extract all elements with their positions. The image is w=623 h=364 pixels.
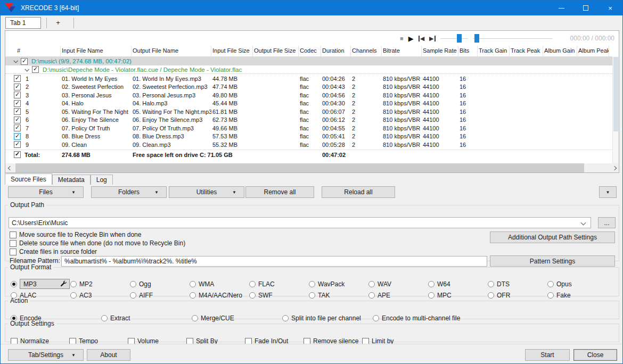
table-row[interactable]: 3 03. Personal Jesus 03. Personal Jesus.…: [5, 91, 612, 100]
column-header[interactable]: Codec: [299, 46, 321, 56]
radio-icon[interactable]: [130, 281, 136, 287]
column-header[interactable]: Track Gain: [478, 46, 510, 56]
minimize-icon[interactable]: [549, 1, 573, 15]
about-button[interactable]: About: [87, 349, 130, 361]
add-tab-button[interactable]: +: [48, 17, 68, 29]
horizontal-scrollbar[interactable]: [5, 163, 619, 172]
additional-output-path-settings-button[interactable]: Additional Output Path Settings: [490, 231, 615, 243]
column-header[interactable]: Duration: [321, 46, 351, 56]
format-option-ogg[interactable]: Ogg: [130, 280, 190, 288]
volume-slider[interactable]: [440, 34, 468, 43]
vertical-scrollbar[interactable]: [612, 57, 619, 163]
column-header[interactable]: Input File Name: [61, 46, 132, 56]
column-header[interactable]: Output File Size: [253, 46, 299, 56]
table-row[interactable]: 8 08. Blue Dress 08. Blue Dress.mp3 57.5…: [5, 133, 612, 141]
radio-icon[interactable]: [190, 281, 196, 287]
move-recycle-option[interactable]: Move source file to Recycle Bin when don…: [10, 231, 141, 238]
column-header[interactable]: Bitrate: [382, 46, 422, 56]
format-option-w64[interactable]: W64: [428, 280, 488, 288]
column-header[interactable]: Output File Name: [132, 46, 211, 56]
chevron-down-icon[interactable]: [24, 67, 29, 71]
files-button[interactable]: Files▼: [8, 186, 84, 198]
format-option-wma[interactable]: WMA: [190, 280, 249, 288]
close-button[interactable]: Close: [573, 349, 617, 361]
track-checkbox[interactable]: [14, 117, 21, 123]
play-icon[interactable]: ▶: [408, 35, 414, 42]
vertical-scrollbar-thumb[interactable]: [613, 57, 618, 131]
radio-icon[interactable]: [309, 281, 315, 287]
table-row[interactable]: 1 01. World In My Eyes 01. World In My E…: [5, 75, 612, 83]
track-checkbox[interactable]: [14, 92, 21, 98]
format-option-wavpack[interactable]: WavPack: [309, 280, 368, 288]
group-row-cue[interactable]: D:\music\Depeche Mode - Violator.flac.cu…: [5, 65, 612, 74]
move-recycle-checkbox[interactable]: [10, 231, 17, 238]
column-header[interactable]: #: [13, 46, 61, 56]
stop-icon[interactable]: ■: [400, 36, 404, 42]
track-checkbox[interactable]: [14, 141, 21, 148]
radio-icon[interactable]: [70, 281, 77, 287]
reload-all-button[interactable]: Reload all: [322, 186, 395, 198]
table-row[interactable]: 4 04. Halo 04. Halo.mp3 45.44 MB flac 00…: [5, 100, 612, 108]
table-row[interactable]: 7 07. Policy Of Truth 07. Policy Of Trut…: [5, 124, 612, 133]
table-row[interactable]: 9 09. Clean 09. Clean.mp3 55.32 MB flac …: [5, 140, 612, 149]
track-checkbox[interactable]: [14, 125, 21, 131]
close-icon[interactable]: ×: [598, 1, 622, 15]
horizontal-scrollbar-thumb[interactable]: [15, 163, 584, 172]
radio-icon[interactable]: [488, 281, 494, 287]
mp3-settings-box[interactable]: MP3: [20, 279, 70, 289]
scroll-right-icon[interactable]: [610, 163, 619, 172]
tab-log[interactable]: Log: [91, 175, 113, 185]
start-button[interactable]: Start: [525, 349, 570, 361]
table-row[interactable]: 5 05. Waiting For The Night 05. Waiting …: [5, 107, 612, 116]
group-checkbox[interactable]: [21, 58, 28, 65]
format-option-mp2[interactable]: MP2: [70, 280, 130, 288]
create-in-source-checkbox[interactable]: [10, 249, 17, 255]
next-track-icon[interactable]: ▶: [429, 36, 435, 42]
remove-all-button[interactable]: Remove all: [245, 186, 314, 198]
format-option-wav[interactable]: WAV: [368, 280, 428, 288]
format-option-opus[interactable]: Opus: [547, 280, 619, 288]
track-checkbox[interactable]: [14, 133, 21, 140]
tab-1[interactable]: Tab 1: [5, 17, 41, 29]
track-checkbox[interactable]: [14, 108, 21, 115]
table-row[interactable]: 2 02. Sweetest Perfection 02. Sweetest P…: [5, 83, 612, 92]
browse-button[interactable]: ...: [598, 217, 616, 228]
column-header[interactable]: Album Peak: [577, 46, 609, 56]
format-option-flac[interactable]: FLAC: [249, 280, 309, 288]
more-options-button[interactable]: ▼: [599, 186, 617, 198]
cue-checkbox[interactable]: [32, 66, 39, 73]
previous-track-icon[interactable]: ◀: [419, 36, 424, 42]
column-header[interactable]: Track Peak: [510, 46, 543, 56]
column-header[interactable]: Bits: [458, 46, 478, 56]
track-checkbox[interactable]: [14, 100, 21, 107]
radio-icon[interactable]: [368, 281, 375, 287]
table-row[interactable]: 6 06. Enjoy The Silence 06. Enjoy The Si…: [5, 116, 612, 125]
tab-metadata[interactable]: Metadata: [52, 175, 91, 185]
group-row-folder[interactable]: D:\music\ (9/9, 274.68 MB, 00:47:02): [5, 57, 612, 65]
chevron-down-icon[interactable]: [13, 59, 18, 63]
column-header[interactable]: Input File Size: [211, 46, 253, 56]
track-checkbox[interactable]: [14, 75, 21, 82]
format-option-mp3[interactable]: MP3: [11, 279, 70, 289]
radio-icon[interactable]: [249, 281, 256, 287]
format-option-dts[interactable]: DTS: [488, 280, 547, 288]
radio-icon[interactable]: [428, 281, 435, 287]
column-header[interactable]: Channels: [351, 46, 382, 56]
tab-source-files[interactable]: Source Files: [5, 173, 52, 185]
seek-slider[interactable]: [473, 34, 553, 43]
column-header[interactable]: Sample Rate: [422, 46, 458, 56]
horizontal-scrollbar-track[interactable]: [14, 163, 610, 172]
tab-settings-button[interactable]: Tab/Settings▼: [8, 349, 84, 361]
delete-done-checkbox[interactable]: [10, 240, 17, 247]
output-path-combobox[interactable]: C:\Users\Erix\Music: [9, 217, 591, 228]
utilities-button[interactable]: Utilities▼: [169, 186, 244, 198]
chevron-down-icon[interactable]: [581, 220, 586, 226]
radio-icon[interactable]: [11, 281, 17, 287]
folders-button[interactable]: Folders▼: [91, 186, 167, 198]
delete-done-option[interactable]: Delete source file when done (do not mov…: [10, 239, 185, 247]
total-checkbox[interactable]: [14, 151, 21, 158]
track-checkbox[interactable]: [14, 84, 21, 90]
column-header[interactable]: Album Gain: [543, 46, 577, 56]
create-in-source-option[interactable]: Create files in source folder: [10, 248, 97, 255]
maximize-icon[interactable]: [573, 1, 598, 15]
